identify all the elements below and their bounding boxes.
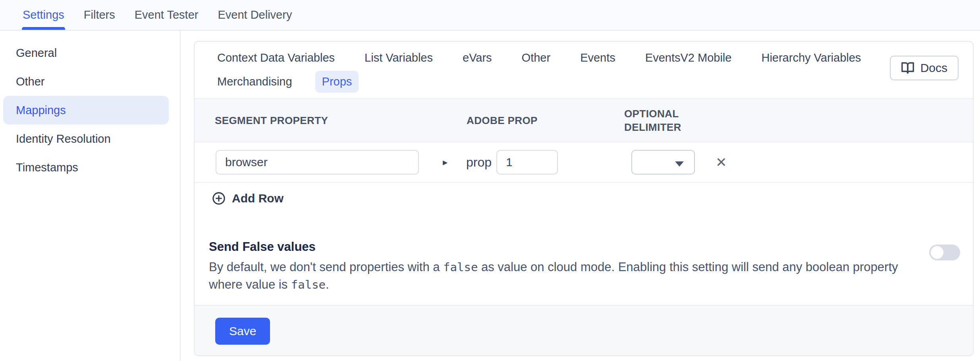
map-arrow-icon: ▸ [443, 157, 449, 168]
tab-merchandising[interactable]: Merchandising [210, 71, 299, 93]
content-area: General Other Mappings Identity Resoluti… [0, 31, 980, 361]
description-text: By default, we don't send properties wit… [209, 260, 443, 274]
adobe-prop-number-input[interactable] [496, 150, 558, 175]
mappings-card: Context Data Variables List Variables eV… [194, 41, 974, 356]
mappings-table-header: Segment Property Adobe Prop Optional Del… [195, 98, 973, 142]
sidebar-item-identity-resolution[interactable]: Identity Resolution [3, 124, 169, 153]
tab-hierarchy-variables[interactable]: Hierarchy Variables [754, 47, 868, 69]
tab-eventsv2-mobile[interactable]: EventsV2 Mobile [639, 47, 739, 69]
code-false-1: false [443, 260, 478, 274]
book-icon [901, 61, 914, 75]
plus-circle-icon [212, 192, 226, 205]
mapping-row: ▸ prop ✕ [195, 142, 973, 183]
nav-tab-event-tester[interactable]: Event Tester [135, 0, 199, 30]
toggle-knob [931, 246, 943, 259]
chevron-down-icon [675, 161, 684, 167]
remove-row-button[interactable]: ✕ [716, 155, 727, 169]
card-footer: Save [195, 305, 973, 355]
column-header-segment-property: Segment Property [215, 114, 467, 127]
nav-tab-filters[interactable]: Filters [84, 0, 115, 30]
sidebar-item-other[interactable]: Other [3, 67, 169, 96]
tab-list-variables[interactable]: List Variables [358, 47, 440, 69]
code-false-2: false [291, 278, 326, 291]
tab-evars[interactable]: eVars [456, 47, 499, 69]
send-false-values-description: By default, we don't send properties wit… [209, 258, 920, 293]
docs-button-label: Docs [920, 61, 947, 75]
send-false-values-title: Send False values [209, 239, 957, 254]
column-header-adobe-prop: Adobe Prop [467, 114, 624, 127]
add-row-button[interactable]: Add Row [195, 183, 973, 214]
send-false-values-section: Send False values By default, we don't s… [195, 239, 973, 293]
nav-tab-event-delivery[interactable]: Event Delivery [218, 0, 292, 30]
delimiter-select[interactable] [631, 150, 695, 175]
main-panel: Context Data Variables List Variables eV… [181, 31, 980, 361]
column-header-optional-delimiter: Optional Delimiter [624, 107, 692, 134]
segment-property-input[interactable] [216, 150, 419, 175]
send-false-values-toggle[interactable] [929, 245, 960, 260]
save-button[interactable]: Save [215, 318, 270, 345]
top-navigation: Settings Filters Event Tester Event Deli… [0, 0, 980, 31]
docs-button[interactable]: Docs [890, 56, 959, 80]
description-text: . [326, 278, 329, 291]
variable-tabs: Context Data Variables List Variables eV… [195, 42, 973, 98]
settings-sidebar: General Other Mappings Identity Resoluti… [0, 31, 181, 361]
sidebar-item-general[interactable]: General [3, 39, 169, 67]
tab-props[interactable]: Props [315, 71, 359, 93]
tab-other[interactable]: Other [515, 47, 558, 69]
add-row-label: Add Row [232, 192, 284, 205]
tab-events[interactable]: Events [573, 47, 622, 69]
sidebar-item-timestamps[interactable]: Timestamps [3, 153, 169, 182]
tab-context-data-variables[interactable]: Context Data Variables [210, 47, 341, 69]
nav-tab-settings[interactable]: Settings [23, 0, 64, 30]
sidebar-item-mappings[interactable]: Mappings [3, 96, 169, 124]
prop-prefix-label: prop [466, 155, 492, 170]
